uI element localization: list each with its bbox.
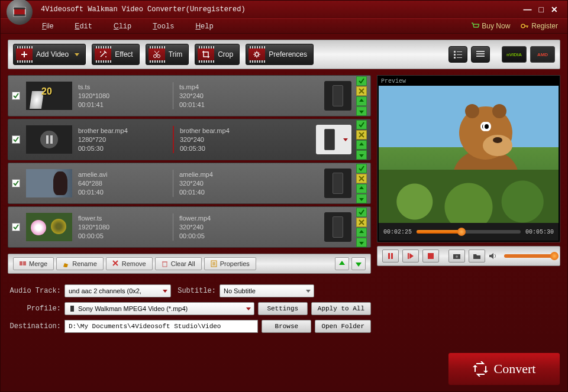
- up-item-button[interactable]: [356, 184, 367, 193]
- snapshot-button[interactable]: [448, 250, 465, 263]
- merge-button[interactable]: Merge: [13, 257, 54, 270]
- apply-to-all-button[interactable]: Apply to All: [311, 302, 371, 315]
- menu-tools[interactable]: Tools: [153, 22, 174, 31]
- maximize-button[interactable]: □: [539, 5, 544, 14]
- menu-file[interactable]: File: [42, 22, 53, 31]
- svg-point-7: [157, 55, 160, 58]
- accept-button[interactable]: [356, 164, 367, 173]
- clear-all-button[interactable]: Clear All: [155, 257, 202, 270]
- settings-button[interactable]: Settings: [258, 302, 308, 315]
- buy-now-link[interactable]: Buy Now: [471, 22, 510, 30]
- down-item-button[interactable]: [356, 194, 367, 203]
- key-icon: [521, 22, 529, 30]
- volume-slider[interactable]: [504, 254, 555, 258]
- seek-slider[interactable]: [417, 230, 521, 234]
- window-controls: — □ ✕: [524, 5, 564, 14]
- browse-button[interactable]: Browse: [262, 320, 311, 333]
- up-item-button[interactable]: [356, 140, 367, 150]
- device-icon[interactable]: [324, 212, 351, 242]
- destination-field[interactable]: D:\My Documents\4Videosoft Studio\Video: [64, 320, 258, 333]
- step-button[interactable]: [402, 250, 419, 263]
- svg-rect-12: [457, 54, 462, 55]
- svg-rect-11: [454, 54, 456, 56]
- pause-button[interactable]: [382, 250, 399, 263]
- file-row[interactable]: amelie.avi640*28800:01:40 amelie.mp4320*…: [8, 163, 371, 204]
- open-folder-button[interactable]: Open Folder: [315, 320, 371, 333]
- svg-rect-2: [14, 14, 25, 16]
- down-item-button[interactable]: [356, 150, 367, 160]
- svg-point-8: [255, 53, 259, 56]
- add-video-button[interactable]: Add Video: [13, 44, 86, 65]
- cart-icon: [471, 22, 479, 30]
- svg-rect-23: [388, 253, 390, 259]
- down-item-button[interactable]: [356, 106, 367, 116]
- trim-button[interactable]: Trim: [146, 44, 189, 65]
- thumbnail: 20: [26, 82, 72, 110]
- down-item-button[interactable]: [356, 238, 367, 247]
- view-list-button[interactable]: [448, 46, 467, 63]
- accept-button[interactable]: [356, 76, 367, 86]
- pencil-icon: [63, 260, 70, 267]
- profile-label: Profile:: [8, 304, 61, 313]
- svg-rect-20: [163, 262, 167, 267]
- remove-button[interactable]: Remove: [106, 257, 153, 270]
- remove-item-button[interactable]: [356, 86, 367, 96]
- view-detail-button[interactable]: [471, 46, 490, 63]
- player-controls: [377, 246, 560, 266]
- profile-dropdown[interactable]: Sony Walkman MPEG4 Video (*.mp4): [64, 302, 254, 315]
- remove-item-button[interactable]: [356, 174, 367, 183]
- properties-button[interactable]: Properties: [204, 257, 256, 270]
- remove-item-button[interactable]: [356, 218, 367, 227]
- up-item-button[interactable]: [356, 228, 367, 237]
- file-row[interactable]: flower.ts1920*108000:00:05 flower.mp4320…: [8, 206, 371, 248]
- audiotrack-dropdown[interactable]: und aac 2 channels (0x2,: [64, 284, 171, 297]
- device-icon[interactable]: [324, 169, 351, 198]
- checkbox[interactable]: [12, 92, 20, 100]
- app-logo-icon: [7, 0, 33, 25]
- move-up-button[interactable]: [335, 257, 349, 270]
- move-down-button[interactable]: [351, 257, 366, 270]
- stop-button[interactable]: [422, 250, 439, 263]
- svg-rect-13: [454, 57, 456, 59]
- convert-button[interactable]: Convert: [448, 352, 560, 385]
- output-meta: brother bear.mp4320*24000:05:30: [180, 127, 263, 153]
- register-link[interactable]: Register: [521, 22, 558, 30]
- menu-edit[interactable]: Edit: [75, 22, 92, 31]
- snapshot-folder-button[interactable]: [469, 250, 485, 263]
- menu-help[interactable]: Help: [195, 22, 213, 31]
- crop-icon: [198, 46, 214, 63]
- file-row[interactable]: 20 ts.ts1920*108000:01:41 ts.mp4320*2400…: [8, 75, 371, 116]
- current-time: 00:02:25: [383, 229, 412, 235]
- menu-clip[interactable]: Clip: [114, 22, 131, 31]
- checkbox[interactable]: [12, 179, 20, 187]
- svg-rect-18: [20, 261, 22, 265]
- preview-video: [379, 86, 559, 223]
- crop-button[interactable]: Crop: [195, 44, 240, 65]
- svg-rect-16: [476, 53, 485, 54]
- menubar: File Edit Clip Tools Help Buy Now Regist…: [1, 18, 567, 34]
- titlebar: 4Videosoft Walkman Video Converter(Unreg…: [1, 1, 567, 18]
- accept-button[interactable]: [356, 120, 367, 129]
- preferences-button[interactable]: Preferences: [246, 44, 314, 65]
- app-window: 4Videosoft Walkman Video Converter(Unreg…: [0, 0, 568, 392]
- svg-point-6: [153, 55, 156, 58]
- checkbox[interactable]: [12, 135, 20, 144]
- rename-button[interactable]: Rename: [56, 257, 104, 270]
- file-row[interactable]: brother bear.mp41280*72000:05:30 brother…: [8, 119, 371, 160]
- checkbox[interactable]: [12, 223, 20, 231]
- svg-point-3: [521, 24, 525, 28]
- effect-button[interactable]: Effect: [92, 44, 139, 65]
- svg-rect-14: [457, 57, 462, 58]
- remove-item-button[interactable]: [356, 130, 367, 140]
- up-item-button[interactable]: [356, 96, 367, 106]
- subtitle-dropdown[interactable]: No Subtitle: [220, 284, 314, 297]
- minimize-button[interactable]: —: [524, 5, 532, 14]
- close-button[interactable]: ✕: [551, 5, 558, 14]
- svg-rect-15: [476, 51, 485, 52]
- accept-button[interactable]: [356, 208, 367, 217]
- device-dropdown[interactable]: [316, 125, 351, 154]
- device-icon[interactable]: [324, 81, 351, 111]
- svg-rect-26: [428, 253, 434, 259]
- add-video-icon: [16, 46, 33, 63]
- device-icon: [69, 305, 76, 312]
